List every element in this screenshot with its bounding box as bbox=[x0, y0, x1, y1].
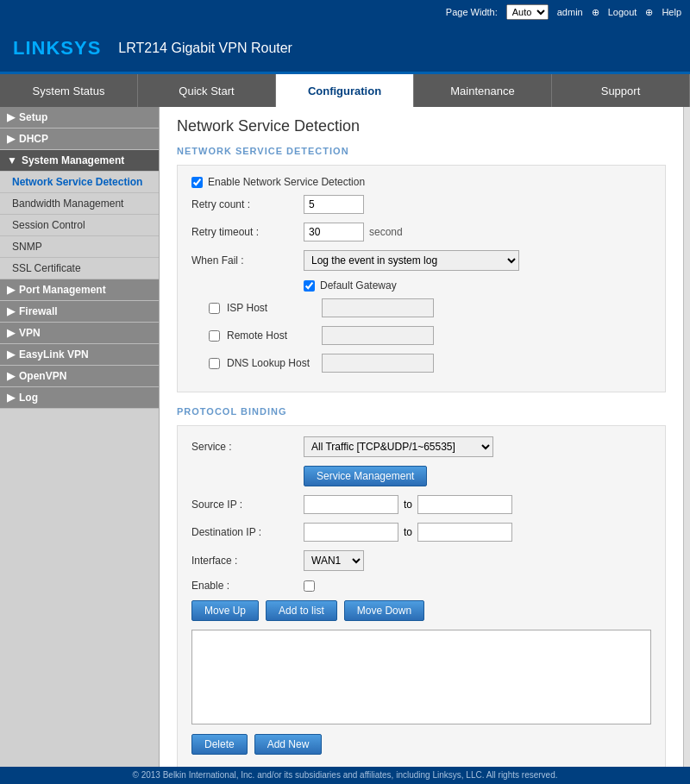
help-icon: ⊕ bbox=[645, 7, 653, 18]
header: LINKSYS LRT214 Gigabit VPN Router bbox=[0, 24, 690, 74]
tab-system-status[interactable]: System Status bbox=[0, 74, 138, 107]
interface-row: Interface : WAN1 WAN2 LAN bbox=[191, 550, 651, 571]
dest-ip-label: Destination IP : bbox=[191, 526, 304, 538]
sidebar-item-vpn[interactable]: ▶ VPN bbox=[0, 323, 159, 344]
page-width-label: Page Width: bbox=[446, 7, 498, 17]
source-ip-from[interactable] bbox=[304, 495, 398, 514]
sidebar-item-snmp[interactable]: SNMP bbox=[0, 236, 159, 258]
interface-select[interactable]: WAN1 WAN2 LAN bbox=[304, 550, 364, 571]
tab-maintenance[interactable]: Maintenance bbox=[414, 74, 552, 107]
sidebar-item-dhcp[interactable]: ▶ DHCP bbox=[0, 129, 159, 150]
sidebar-item-network-service[interactable]: Network Service Detection bbox=[0, 172, 159, 193]
move-down-button[interactable]: Move Down bbox=[344, 600, 424, 621]
dest-ip-to-label: to bbox=[404, 526, 412, 538]
isp-host-input[interactable] bbox=[322, 298, 434, 317]
sidebar-item-session[interactable]: Session Control bbox=[0, 215, 159, 236]
top-bar: Page Width: Auto admin ⊕ Logout ⊕ Help bbox=[0, 0, 690, 24]
admin-user: admin bbox=[557, 7, 583, 17]
enable-pb-row: Enable : bbox=[191, 580, 651, 592]
enable-nsd-label: Enable Network Service Detection bbox=[208, 176, 365, 188]
service-mgmt-row: Service Management bbox=[191, 466, 651, 486]
chevron-right-icon-ov: ▶ bbox=[7, 370, 15, 382]
retry-timeout-unit: second bbox=[369, 226, 403, 238]
page-width-select[interactable]: Auto bbox=[506, 4, 549, 20]
delete-button[interactable]: Delete bbox=[191, 734, 248, 755]
chevron-right-icon-dhcp: ▶ bbox=[7, 133, 15, 145]
sidebar-item-system-mgmt[interactable]: ▼ System Management bbox=[0, 150, 159, 172]
top-bar-right: Page Width: Auto admin ⊕ Logout ⊕ Help bbox=[446, 4, 681, 20]
help-link[interactable]: Help bbox=[662, 7, 681, 17]
default-gateway-checkbox[interactable] bbox=[304, 280, 315, 292]
sidebar-item-port-mgmt[interactable]: ▶ Port Management bbox=[0, 279, 159, 301]
isp-host-label: ISP Host bbox=[227, 302, 322, 314]
when-fail-row: When Fail : Log the event in system log … bbox=[191, 250, 651, 271]
remote-host-checkbox[interactable] bbox=[209, 330, 220, 342]
source-ip-to[interactable] bbox=[417, 495, 512, 514]
chevron-right-icon-port: ▶ bbox=[7, 284, 15, 296]
add-new-button[interactable]: Add New bbox=[254, 734, 323, 755]
content-area: Network Service Detection NETWORK SERVIC… bbox=[160, 107, 690, 767]
tab-configuration[interactable]: Configuration bbox=[276, 74, 414, 107]
sidebar-item-openvpn[interactable]: ▶ OpenVPN bbox=[0, 366, 159, 387]
sidebar-item-easylink[interactable]: ▶ EasyLink VPN bbox=[0, 344, 159, 366]
source-ip-label: Source IP : bbox=[191, 499, 304, 511]
service-select[interactable]: All Traffic [TCP&UDP/1~65535] HTTP [TCP/… bbox=[304, 436, 493, 457]
retry-timeout-row: Retry timeout : second bbox=[191, 223, 651, 241]
section1-box: Enable Network Service Detection Retry c… bbox=[177, 165, 666, 392]
sidebar-item-ssl[interactable]: SSL Certificate bbox=[0, 258, 159, 279]
service-row: Service : All Traffic [TCP&UDP/1~65535] … bbox=[191, 436, 651, 457]
dest-ip-to[interactable] bbox=[417, 523, 512, 542]
sidebar-item-bandwidth[interactable]: Bandwidth Management bbox=[0, 193, 159, 215]
sidebar-item-firewall[interactable]: ▶ Firewall bbox=[0, 301, 159, 323]
retry-count-row: Retry count : bbox=[191, 195, 651, 214]
logout-icon: ⊕ bbox=[592, 7, 599, 18]
action-buttons-row: Move Up Add to list Move Down bbox=[191, 600, 651, 621]
tab-support[interactable]: Support bbox=[552, 74, 690, 107]
sidebar-item-setup[interactable]: ▶ Setup bbox=[0, 107, 159, 129]
nav-tabs: System Status Quick Start Configuration … bbox=[0, 74, 690, 107]
sidebar-item-log[interactable]: ▶ Log bbox=[0, 387, 159, 409]
footer-text: © 2013 Belkin International, Inc. and/or… bbox=[132, 770, 557, 780]
main-layout: ▶ Setup ▶ DHCP ▼ System Management Netwo… bbox=[0, 107, 690, 767]
main-content: Network Service Detection NETWORK SERVIC… bbox=[160, 107, 683, 767]
remote-host-input[interactable] bbox=[322, 326, 434, 345]
header-subtitle: LRT214 Gigabit VPN Router bbox=[118, 41, 292, 56]
when-fail-select[interactable]: Log the event in system log Send email a… bbox=[304, 250, 519, 271]
isp-host-row: ISP Host bbox=[191, 298, 651, 317]
retry-count-label: Retry count : bbox=[191, 198, 304, 210]
delete-add-row: Delete Add New bbox=[191, 734, 651, 755]
list-container bbox=[191, 630, 651, 727]
service-management-button[interactable]: Service Management bbox=[304, 466, 427, 486]
chevron-right-icon-fw: ▶ bbox=[7, 305, 15, 317]
source-ip-row: Source IP : to bbox=[191, 495, 651, 514]
retry-count-input[interactable] bbox=[304, 195, 364, 214]
logo: LINKSYS bbox=[13, 37, 101, 60]
page-title: Network Service Detection bbox=[177, 117, 666, 135]
remote-host-row: Remote Host bbox=[191, 326, 651, 345]
move-up-button[interactable]: Move Up bbox=[191, 600, 259, 621]
enable-nsd-row: Enable Network Service Detection bbox=[191, 176, 651, 188]
section2-header: PROTOCOL BINDING bbox=[177, 406, 666, 417]
isp-host-checkbox[interactable] bbox=[209, 303, 220, 314]
logout-link[interactable]: Logout bbox=[608, 7, 637, 17]
binding-list[interactable] bbox=[191, 630, 651, 724]
default-gateway-row: Default Gateway bbox=[304, 279, 651, 292]
dest-ip-from[interactable] bbox=[304, 523, 398, 542]
chevron-right-icon-log: ▶ bbox=[7, 392, 15, 404]
dns-lookup-checkbox[interactable] bbox=[209, 358, 220, 369]
scrollbar[interactable] bbox=[683, 107, 690, 767]
retry-timeout-input[interactable] bbox=[304, 223, 364, 241]
dns-lookup-label: DNS Lookup Host bbox=[227, 357, 322, 369]
chevron-down-icon: ▼ bbox=[7, 154, 17, 166]
footer: © 2013 Belkin International, Inc. and/or… bbox=[0, 767, 690, 784]
chevron-right-icon-el: ▶ bbox=[7, 348, 15, 361]
enable-pb-checkbox[interactable] bbox=[304, 580, 315, 592]
remote-host-label: Remote Host bbox=[227, 329, 322, 342]
dns-lookup-input[interactable] bbox=[322, 354, 434, 373]
source-ip-to-label: to bbox=[404, 499, 412, 511]
enable-nsd-checkbox[interactable] bbox=[191, 177, 203, 188]
dest-ip-row: Destination IP : to bbox=[191, 523, 651, 542]
tab-quick-start[interactable]: Quick Start bbox=[138, 74, 276, 107]
add-to-list-button[interactable]: Add to list bbox=[266, 600, 337, 621]
enable-pb-label: Enable : bbox=[191, 580, 304, 592]
